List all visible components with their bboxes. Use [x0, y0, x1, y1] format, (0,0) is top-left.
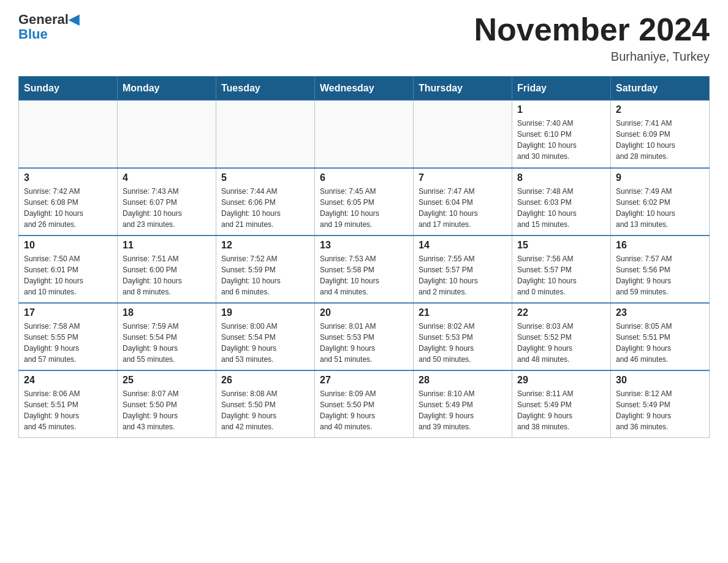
title-area: November 2024 Burhaniye, Turkey: [474, 12, 710, 64]
day-info: Sunrise: 7:55 AM Sunset: 5:57 PM Dayligh…: [419, 253, 507, 297]
table-row: 3Sunrise: 7:42 AM Sunset: 6:08 PM Daylig…: [19, 168, 118, 236]
table-row: 26Sunrise: 8:08 AM Sunset: 5:50 PM Dayli…: [216, 370, 315, 438]
day-number: 5: [221, 172, 309, 183]
calendar-week-row: 10Sunrise: 7:50 AM Sunset: 6:01 PM Dayli…: [19, 236, 710, 303]
table-row: 28Sunrise: 8:10 AM Sunset: 5:49 PM Dayli…: [414, 370, 512, 438]
day-number: 19: [221, 307, 309, 318]
day-number: 24: [24, 375, 112, 386]
day-info: Sunrise: 7:49 AM Sunset: 6:02 PM Dayligh…: [616, 186, 704, 230]
day-number: 17: [24, 307, 112, 318]
table-row: 27Sunrise: 8:09 AM Sunset: 5:50 PM Dayli…: [315, 370, 414, 438]
day-info: Sunrise: 8:10 AM Sunset: 5:49 PM Dayligh…: [419, 388, 507, 432]
day-info: Sunrise: 7:59 AM Sunset: 5:54 PM Dayligh…: [123, 321, 211, 365]
day-info: Sunrise: 7:48 AM Sunset: 6:03 PM Dayligh…: [517, 186, 605, 230]
day-number: 7: [419, 172, 507, 183]
table-row: 16Sunrise: 7:57 AM Sunset: 5:56 PM Dayli…: [611, 236, 710, 303]
table-row: 30Sunrise: 8:12 AM Sunset: 5:49 PM Dayli…: [611, 370, 710, 438]
day-info: Sunrise: 7:52 AM Sunset: 5:59 PM Dayligh…: [221, 253, 309, 297]
table-row: 5Sunrise: 7:44 AM Sunset: 6:06 PM Daylig…: [216, 168, 315, 236]
table-row: 1Sunrise: 7:40 AM Sunset: 6:10 PM Daylig…: [512, 101, 611, 168]
day-number: 18: [123, 307, 211, 318]
day-number: 20: [320, 307, 408, 318]
day-number: 12: [221, 240, 309, 251]
day-number: 26: [221, 375, 309, 386]
day-number: 15: [517, 240, 605, 251]
day-info: Sunrise: 8:01 AM Sunset: 5:53 PM Dayligh…: [320, 321, 408, 365]
day-number: 11: [123, 240, 211, 251]
day-number: 2: [616, 104, 704, 115]
table-row: 13Sunrise: 7:53 AM Sunset: 5:58 PM Dayli…: [315, 236, 414, 303]
day-info: Sunrise: 8:09 AM Sunset: 5:50 PM Dayligh…: [320, 388, 408, 432]
logo-triangle-icon: ◀: [69, 12, 79, 27]
page-header: General◀ Blue November 2024 Burhaniye, T…: [18, 12, 710, 64]
day-info: Sunrise: 7:58 AM Sunset: 5:55 PM Dayligh…: [24, 321, 112, 365]
col-friday: Friday: [512, 77, 611, 101]
table-row: 6Sunrise: 7:45 AM Sunset: 6:05 PM Daylig…: [315, 168, 414, 236]
day-number: 10: [24, 240, 112, 251]
table-row: [315, 101, 414, 168]
day-number: 30: [616, 375, 704, 386]
day-number: 29: [517, 375, 605, 386]
logo-blue-text: Blue: [18, 27, 48, 42]
day-info: Sunrise: 7:50 AM Sunset: 6:01 PM Dayligh…: [24, 253, 112, 297]
day-number: 13: [320, 240, 408, 251]
day-info: Sunrise: 7:40 AM Sunset: 6:10 PM Dayligh…: [517, 118, 605, 162]
table-row: 18Sunrise: 7:59 AM Sunset: 5:54 PM Dayli…: [118, 303, 216, 370]
table-row: 21Sunrise: 8:02 AM Sunset: 5:53 PM Dayli…: [414, 303, 512, 370]
col-tuesday: Tuesday: [216, 77, 315, 101]
calendar-table: Sunday Monday Tuesday Wednesday Thursday…: [18, 76, 710, 438]
col-thursday: Thursday: [414, 77, 512, 101]
table-row: 11Sunrise: 7:51 AM Sunset: 6:00 PM Dayli…: [118, 236, 216, 303]
table-row: 25Sunrise: 8:07 AM Sunset: 5:50 PM Dayli…: [118, 370, 216, 438]
day-number: 3: [24, 172, 112, 183]
day-info: Sunrise: 8:12 AM Sunset: 5:49 PM Dayligh…: [616, 388, 704, 432]
table-row: 4Sunrise: 7:43 AM Sunset: 6:07 PM Daylig…: [118, 168, 216, 236]
day-info: Sunrise: 8:00 AM Sunset: 5:54 PM Dayligh…: [221, 321, 309, 365]
calendar-week-row: 17Sunrise: 7:58 AM Sunset: 5:55 PM Dayli…: [19, 303, 710, 370]
day-info: Sunrise: 8:03 AM Sunset: 5:52 PM Dayligh…: [517, 321, 605, 365]
day-info: Sunrise: 7:53 AM Sunset: 5:58 PM Dayligh…: [320, 253, 408, 297]
table-row: 10Sunrise: 7:50 AM Sunset: 6:01 PM Dayli…: [19, 236, 118, 303]
table-row: 20Sunrise: 8:01 AM Sunset: 5:53 PM Dayli…: [315, 303, 414, 370]
day-number: 25: [123, 375, 211, 386]
col-sunday: Sunday: [19, 77, 118, 101]
day-info: Sunrise: 7:42 AM Sunset: 6:08 PM Dayligh…: [24, 186, 112, 230]
day-info: Sunrise: 7:56 AM Sunset: 5:57 PM Dayligh…: [517, 253, 605, 297]
table-row: 15Sunrise: 7:56 AM Sunset: 5:57 PM Dayli…: [512, 236, 611, 303]
logo-area: General◀ Blue: [18, 12, 79, 42]
day-number: 22: [517, 307, 605, 318]
day-number: 23: [616, 307, 704, 318]
calendar-week-row: 3Sunrise: 7:42 AM Sunset: 6:08 PM Daylig…: [19, 168, 710, 236]
day-info: Sunrise: 8:08 AM Sunset: 5:50 PM Dayligh…: [221, 388, 309, 432]
col-wednesday: Wednesday: [315, 77, 414, 101]
table-row: 24Sunrise: 8:06 AM Sunset: 5:51 PM Dayli…: [19, 370, 118, 438]
table-row: [216, 101, 315, 168]
day-info: Sunrise: 8:06 AM Sunset: 5:51 PM Dayligh…: [24, 388, 112, 432]
table-row: [118, 101, 216, 168]
table-row: 17Sunrise: 7:58 AM Sunset: 5:55 PM Dayli…: [19, 303, 118, 370]
table-row: [19, 101, 118, 168]
location: Burhaniye, Turkey: [474, 50, 710, 64]
table-row: 23Sunrise: 8:05 AM Sunset: 5:51 PM Dayli…: [611, 303, 710, 370]
day-number: 28: [419, 375, 507, 386]
calendar-week-row: 24Sunrise: 8:06 AM Sunset: 5:51 PM Dayli…: [19, 370, 710, 438]
calendar-week-row: 1Sunrise: 7:40 AM Sunset: 6:10 PM Daylig…: [19, 101, 710, 168]
day-number: 14: [419, 240, 507, 251]
day-number: 6: [320, 172, 408, 183]
day-info: Sunrise: 7:44 AM Sunset: 6:06 PM Dayligh…: [221, 186, 309, 230]
day-number: 21: [419, 307, 507, 318]
table-row: [414, 101, 512, 168]
day-number: 9: [616, 172, 704, 183]
col-saturday: Saturday: [611, 77, 710, 101]
table-row: 19Sunrise: 8:00 AM Sunset: 5:54 PM Dayli…: [216, 303, 315, 370]
table-row: 12Sunrise: 7:52 AM Sunset: 5:59 PM Dayli…: [216, 236, 315, 303]
day-number: 27: [320, 375, 408, 386]
day-info: Sunrise: 8:11 AM Sunset: 5:49 PM Dayligh…: [517, 388, 605, 432]
day-number: 8: [517, 172, 605, 183]
day-info: Sunrise: 7:47 AM Sunset: 6:04 PM Dayligh…: [419, 186, 507, 230]
day-info: Sunrise: 7:43 AM Sunset: 6:07 PM Dayligh…: [123, 186, 211, 230]
calendar-header-row: Sunday Monday Tuesday Wednesday Thursday…: [19, 77, 710, 101]
table-row: 29Sunrise: 8:11 AM Sunset: 5:49 PM Dayli…: [512, 370, 611, 438]
day-info: Sunrise: 8:07 AM Sunset: 5:50 PM Dayligh…: [123, 388, 211, 432]
day-info: Sunrise: 8:02 AM Sunset: 5:53 PM Dayligh…: [419, 321, 507, 365]
